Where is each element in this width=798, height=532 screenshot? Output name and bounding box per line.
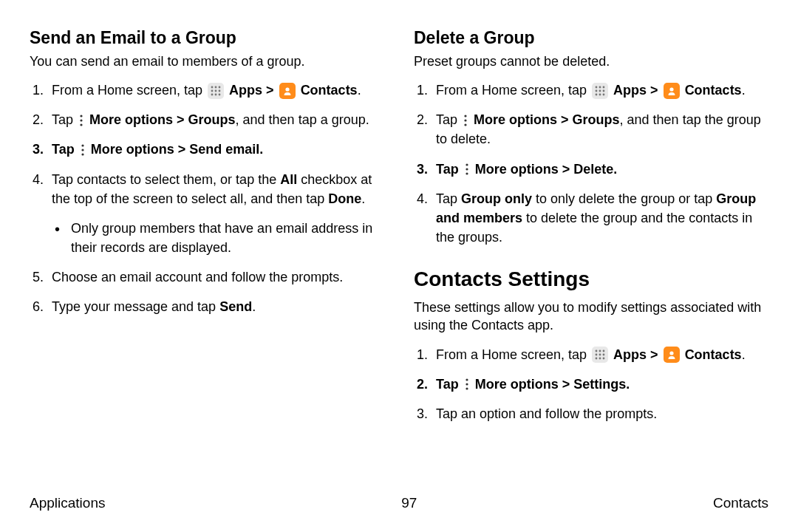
svg-point-27 [464,119,466,121]
svg-point-43 [466,383,468,385]
contacts-icon [664,347,680,363]
svg-point-42 [466,378,468,381]
svg-point-15 [81,153,83,155]
svg-point-12 [80,123,82,126]
svg-point-3 [211,89,214,92]
svg-point-20 [599,89,601,92]
svg-point-17 [599,86,601,88]
svg-point-21 [603,89,605,92]
svg-point-29 [466,163,468,166]
left-column: Send an Email to a Group You can send an… [30,28,384,434]
list-item: Tap More options > Groups, and then tap … [30,110,384,129]
list-item: Tap More options > Delete. [414,160,768,179]
list-item: Tap Group only to only delete the group … [414,189,768,247]
list-item: From a Home screen, tap Apps > Contacts. [414,81,768,100]
more-options-icon [79,143,86,157]
send-email-steps: From a Home screen, tap Apps > Contacts.… [30,81,384,316]
footer-right: Contacts [713,495,768,511]
svg-point-25 [669,87,673,91]
more-options-icon [462,113,469,128]
svg-point-19 [596,89,598,92]
more-options-icon [463,377,471,392]
svg-point-8 [219,93,221,95]
more-options-icon [78,113,85,128]
list-item: Tap More options > Send email. [30,140,384,159]
svg-point-37 [603,353,605,355]
footer-page-number: 97 [401,495,417,511]
list-item: Choose an email account and follow the p… [30,267,384,287]
svg-point-13 [81,144,83,146]
svg-point-5 [219,89,221,92]
list-item: Tap contacts to select them, or tap the … [30,170,384,257]
svg-point-2 [219,86,221,88]
apps-icon [208,83,224,99]
svg-point-33 [599,349,601,352]
svg-point-18 [603,86,605,88]
contacts-icon [664,83,680,99]
svg-point-23 [599,93,601,95]
list-item: Tap More options > Groups, and then tap … [414,110,768,149]
contacts-settings-steps: From a Home screen, tap Apps > Contacts.… [414,345,768,423]
svg-point-11 [80,119,82,121]
delete-group-intro: Preset groups cannot be deleted. [414,52,768,70]
contacts-icon [279,83,296,99]
send-email-heading: Send an Email to a Group [30,28,384,48]
svg-point-31 [466,172,468,174]
content-columns: Send an Email to a Group You can send an… [30,28,768,434]
svg-point-28 [464,123,466,126]
svg-point-4 [215,89,217,92]
svg-point-41 [669,351,673,355]
apps-icon [592,347,608,363]
svg-point-44 [466,387,468,389]
svg-point-24 [603,93,605,95]
sub-list: Only group members that have an email ad… [52,219,384,257]
apps-icon [592,83,608,99]
svg-point-9 [285,87,289,91]
svg-point-38 [596,357,598,359]
svg-point-32 [596,349,598,352]
svg-point-39 [599,357,601,359]
delete-group-steps: From a Home screen, tap Apps > Contacts.… [414,81,768,247]
page-footer: Applications 97 Contacts [30,495,768,511]
svg-point-40 [603,357,605,359]
contacts-settings-heading: Contacts Settings [414,267,768,291]
svg-point-6 [211,93,214,95]
svg-point-10 [80,115,82,117]
more-options-icon [463,162,471,177]
list-item: Only group members that have an email ad… [52,219,384,257]
right-column: Delete a Group Preset groups cannot be d… [414,28,768,434]
svg-point-0 [211,86,214,88]
svg-point-7 [215,93,217,95]
svg-point-22 [596,93,598,95]
list-item: Tap an option and follow the prompts. [414,404,768,423]
svg-point-30 [466,168,468,170]
list-item: From a Home screen, tap Apps > Contacts. [30,81,384,100]
svg-point-16 [596,86,598,88]
svg-point-35 [596,353,598,355]
svg-point-1 [215,86,217,88]
svg-point-26 [464,115,466,117]
list-item: From a Home screen, tap Apps > Contacts. [414,345,768,364]
footer-left: Applications [30,495,105,511]
list-item: Tap More options > Settings. [414,375,768,394]
send-email-intro: You can send an email to members of a gr… [30,52,384,70]
delete-group-heading: Delete a Group [414,28,768,48]
contacts-settings-intro: These settings allow you to modify setti… [414,299,768,335]
list-item: Type your message and tap Send. [30,297,384,316]
svg-point-36 [599,353,601,355]
svg-point-14 [81,149,83,151]
svg-point-34 [603,349,605,352]
